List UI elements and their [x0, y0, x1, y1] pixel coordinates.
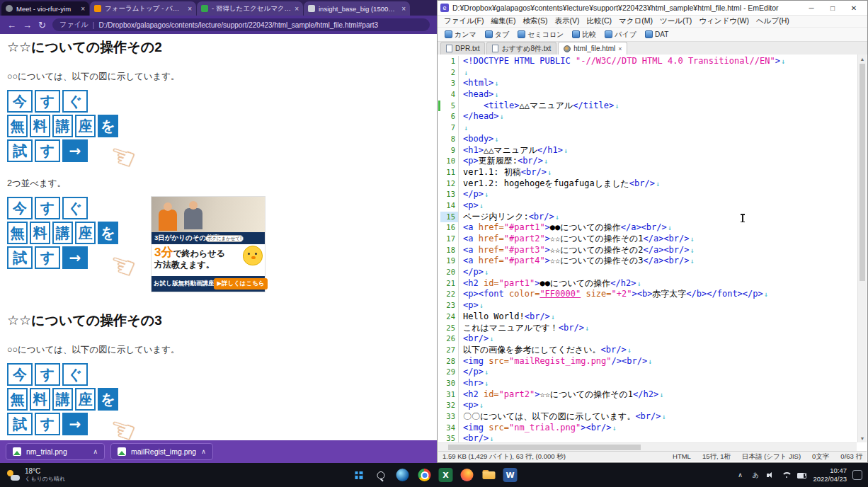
code-line[interactable]: 4<head>↓	[438, 89, 857, 101]
tab-close-icon[interactable]: ×	[81, 5, 85, 13]
edge-icon[interactable]	[395, 467, 411, 483]
code-area[interactable]: 1<!DOCTYPE HTML PUBLIC "-//W3C//DTD HTML…	[438, 56, 857, 442]
code-line[interactable]: 25これはマニュアルです！<br/>↓	[438, 323, 857, 334]
code-line[interactable]: 33〇〇については、以下の図に示しています。<br/>↓	[438, 411, 857, 423]
code-line[interactable]: 21<h2 id="part1">●●についての操作</h2>↓	[438, 278, 857, 290]
tab-close-icon[interactable]: ×	[618, 45, 622, 52]
scrollbar-thumb[interactable]	[860, 64, 865, 281]
code-line[interactable]: 11ver1.1: 初稿<br/>↓	[438, 167, 857, 178]
code-line[interactable]: 3<html>↓	[438, 78, 857, 89]
tab-close-icon[interactable]: ×	[188, 5, 192, 13]
code-line[interactable]: 12ver1.2: hogehogeをfugafugaしました<br/>↓	[438, 178, 857, 190]
weather-widget[interactable]: 18°C くもりのち晴れ	[0, 467, 72, 483]
code-line[interactable]: 7↓	[438, 122, 857, 134]
code-line[interactable]: 2↓	[438, 67, 857, 79]
reload-button[interactable]: ↻	[38, 21, 46, 30]
toolbar-button[interactable]: DAT	[642, 30, 671, 39]
code-line[interactable]: 26<br/>↓	[438, 333, 857, 345]
back-button[interactable]: ←	[7, 21, 16, 30]
horizontal-scrollbar[interactable]	[438, 442, 857, 451]
tab-close-icon[interactable]: ×	[295, 5, 299, 13]
code-line[interactable]: 23<p>↓	[438, 300, 857, 311]
scrollbar-thumb[interactable]	[448, 445, 641, 450]
code-line[interactable]: 17<a href="#part2">☆☆についての操作その1</a><br/>…	[438, 234, 857, 245]
firefox-icon[interactable]	[459, 467, 475, 483]
download-chip[interactable]: nm_trial.png∧	[6, 443, 105, 460]
maximize-button[interactable]: □	[822, 1, 843, 14]
taskbar-clock[interactable]: 10:47 2022/04/23	[813, 466, 847, 484]
code-line[interactable]: 10<p>更新履歴:<br/>↓	[438, 156, 857, 167]
download-chip[interactable]: mailRegist_img.png∧	[110, 443, 213, 460]
browser-tab[interactable]: フォーラムトップ - パソコン仕事5倍...×	[90, 1, 196, 16]
menu-item[interactable]: 編集(E)	[487, 16, 519, 26]
code-line[interactable]: 30<hr>↓	[438, 378, 857, 389]
menu-item[interactable]: マクロ(M)	[615, 16, 656, 26]
browser-tab[interactable]: insight_base_big (1500×550)×	[304, 1, 410, 16]
chrome-icon[interactable]	[417, 467, 433, 483]
menu-item[interactable]: ウィンドウ(W)	[695, 16, 753, 26]
code-line[interactable]: 29</p>↓	[438, 367, 857, 378]
code-line[interactable]: 1<!DOCTYPE HTML PUBLIC "-//W3C//DTD HTML…	[438, 56, 857, 67]
code-line[interactable]: 19<a href="#part4">☆☆についての操作その3</a><br/>…	[438, 256, 857, 267]
code-line[interactable]: 13</p>↓	[438, 189, 857, 200]
address-bar[interactable]: ファイル | D:/Dropbox/galapagos/contents/lec…	[52, 18, 430, 31]
code-line[interactable]: 31<h2 id="part2">☆☆についての操作その1</h2>↓	[438, 389, 857, 401]
code-line[interactable]: 5 <title>△△マニュアル</title>↓	[438, 101, 857, 112]
editor-body[interactable]: 1<!DOCTYPE HTML PUBLIC "-//W3C//DTD HTML…	[438, 55, 867, 442]
search-icon[interactable]	[373, 467, 389, 483]
minimize-button[interactable]: ─	[801, 1, 822, 14]
code-line[interactable]: 32<p>↓	[438, 400, 857, 411]
volume-icon[interactable]	[766, 470, 776, 480]
menu-item[interactable]: ツール(T)	[656, 16, 695, 26]
toolbar-button[interactable]: 比較	[569, 29, 599, 40]
scroll-up-icon[interactable]: ▲	[858, 55, 867, 63]
code-line[interactable]: 14<p>↓	[438, 200, 857, 212]
code-line[interactable]: 27以下の画像を参考にしてください。<br/>↓	[438, 345, 857, 356]
menu-item[interactable]: 検索(S)	[519, 16, 551, 26]
scroll-down-icon[interactable]: ▼	[858, 434, 867, 442]
code-line[interactable]: 20</p>↓	[438, 267, 857, 278]
document-tab[interactable]: おすすめ8件.txt	[486, 42, 556, 55]
tile-row: 無料講座を	[7, 388, 126, 411]
toolbar-button[interactable]: セミコロン	[515, 29, 566, 40]
browser-tab[interactable]: Meet - vio-rfur-yim×	[1, 1, 89, 16]
document-tab[interactable]: DPR.txt	[440, 42, 485, 55]
chevron-up-icon[interactable]: ∧	[93, 448, 98, 455]
notification-center-icon[interactable]	[852, 470, 862, 480]
menu-item[interactable]: ファイル(F)	[440, 16, 487, 26]
menu-item[interactable]: 比較(C)	[583, 16, 615, 26]
menu-item[interactable]: 表示(V)	[551, 16, 583, 26]
code-line[interactable]: 24Hello World!<br/>↓	[438, 311, 857, 323]
document-tab[interactable]: html_file.html×	[558, 42, 627, 55]
chevron-up-icon[interactable]: ∧	[735, 470, 745, 480]
start-icon[interactable]	[351, 467, 367, 483]
code-line[interactable]: 8<body>↓	[438, 134, 857, 145]
code-line[interactable]: 6</head>↓	[438, 111, 857, 122]
code-line[interactable]: 9<h1>△△マニュアル</h1>↓	[438, 145, 857, 156]
code-line[interactable]: 15ページ内リンク:<br/>↓	[438, 212, 857, 223]
forward-button[interactable]: →	[23, 21, 32, 30]
menu-item[interactable]: ヘルプ(H)	[753, 16, 793, 26]
code-line[interactable]: 18<a href="#part3">☆☆についての操作その2</a><br/>…	[438, 245, 857, 256]
code-line[interactable]: 34<img src="nm_trial.png"><br/>↓	[438, 423, 857, 434]
excel-icon[interactable]: X	[439, 468, 453, 482]
vertical-scrollbar[interactable]: ▲ ▼	[857, 55, 867, 442]
battery-icon[interactable]	[797, 470, 807, 480]
word-icon[interactable]: W	[503, 468, 518, 482]
toolbar-button[interactable]: パイプ	[602, 29, 639, 40]
code-line[interactable]: 22<p><font color="FF0000" size="+2"><b>赤…	[438, 289, 857, 300]
close-button[interactable]: ✕	[843, 1, 864, 14]
editor-title-bar[interactable]: e D:¥Dropbox¥galapagos¥contents¥lecture¥…	[438, 1, 867, 15]
wifi-icon[interactable]	[782, 470, 792, 480]
tab-close-icon[interactable]: ×	[401, 5, 406, 13]
code-text: </head>↓	[463, 111, 504, 122]
folder-icon[interactable]	[481, 467, 497, 483]
code-line[interactable]: 16<a href="#part1">●●についての操作</a><br/>↓	[438, 222, 857, 234]
chevron-up-icon[interactable]: ∧	[201, 448, 206, 455]
browser-tab[interactable]: - 習得したエクセルマクロを使いこな...×	[197, 1, 303, 16]
code-line[interactable]: 35<br/>↓	[438, 433, 857, 442]
toolbar-button[interactable]: タブ	[482, 29, 512, 40]
code-line[interactable]: 28<img src="mailRegist_img.png"/><br/>↓	[438, 356, 857, 367]
toolbar-button[interactable]: カンマ	[442, 29, 479, 40]
ime-japanese-icon[interactable]: あ	[750, 470, 760, 480]
